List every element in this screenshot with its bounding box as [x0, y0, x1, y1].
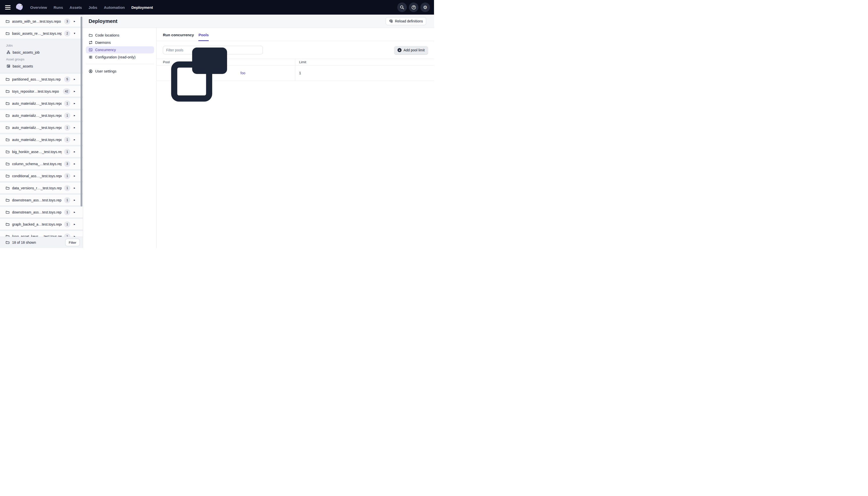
pool-stack-icon — [163, 35, 238, 111]
sidebar-location-item[interactable]: big_honkin_asse…_test.toys.rep1▸ — [0, 146, 83, 157]
tab-pools[interactable]: Pools — [199, 33, 209, 41]
chevron-right-icon[interactable]: ▸ — [73, 150, 76, 153]
sidebar-location-item[interactable]: partitioned_ass…_test.toys.rep5▸ — [0, 74, 83, 85]
section-label: Asset groups — [6, 58, 83, 61]
folder-icon — [5, 31, 10, 35]
chevron-right-icon[interactable]: ▸ — [73, 211, 76, 214]
location-label: auto_materializ…_test.toys.repo — [12, 102, 62, 106]
concurrency-panel: Run concurrency Pools + Add pool limit P… — [157, 28, 434, 248]
reload-cube-icon — [389, 19, 393, 23]
sidebar-location-item[interactable]: auto_materializ…_test.toys.repo1▸ — [0, 122, 83, 133]
folder-icon — [5, 138, 10, 142]
folder-icon — [5, 19, 10, 24]
chevron-right-icon[interactable]: ▸ — [73, 162, 76, 166]
sidebar-location-item[interactable]: auto_materializ…_test.toys.repo1▸ — [0, 98, 83, 109]
subnav-code-locations[interactable]: Code locations — [86, 32, 154, 39]
subnav-user-settings[interactable]: User settings — [86, 68, 154, 75]
sidebar-location-item[interactable]: downstream_ass…test.toys.rep1▸ — [0, 206, 83, 218]
location-label: column_schema_…test.toys.rep — [12, 162, 62, 166]
subnav-daemons[interactable]: Daemons — [86, 39, 154, 46]
sidebar-location-item[interactable]: toys_repositor…test.toys.repo42▸ — [0, 86, 83, 97]
location-label: auto_materializ…_test.toys.repo — [12, 126, 62, 130]
count-badge: 1 — [64, 209, 70, 215]
sidebar-location-item[interactable]: column_schema_…test.toys.rep3▸ — [0, 158, 83, 169]
location-label: partitioned_ass…_test.toys.rep — [12, 77, 62, 81]
chevron-right-icon[interactable]: ▸ — [73, 138, 76, 141]
asset-group-icon — [6, 64, 10, 68]
configuration-sliders-icon — [89, 55, 93, 59]
settings-button[interactable]: ⚙ — [421, 2, 430, 12]
pools-table: Pool Limit foo 1 — [157, 59, 434, 81]
chevron-right-icon[interactable]: ▸ — [73, 20, 76, 23]
location-label: toys_repositor…test.toys.repo — [12, 89, 60, 93]
location-label: downstream_ass…test.toys.rep — [12, 198, 62, 202]
sidebar-location-item[interactable]: basic_assets_re…_test.toys.rep2▾ — [0, 28, 83, 39]
sidebar-location-item[interactable]: auto_materializ…_test.toys.repo1▸ — [0, 134, 83, 145]
sidebar-location-item[interactable]: assets_with_se…test.toys.repo3▸ — [0, 16, 83, 27]
chevron-down-icon[interactable]: ▾ — [73, 32, 76, 35]
nav-overview[interactable]: Overview — [30, 5, 47, 10]
nav-runs[interactable]: Runs — [53, 5, 63, 10]
filter-button[interactable]: Filter — [65, 239, 80, 246]
nav-automation[interactable]: Automation — [104, 5, 125, 10]
folder-icon — [5, 174, 10, 178]
chevron-right-icon[interactable]: ▸ — [73, 114, 76, 117]
chevron-right-icon[interactable]: ▸ — [73, 174, 76, 177]
subnav-configuration[interactable]: Configuration (read-only) — [86, 53, 154, 61]
concurrency-icon — [89, 48, 93, 52]
count-badge: 1 — [64, 149, 70, 155]
chevron-right-icon[interactable]: ▸ — [73, 222, 76, 226]
sidebar-scrollbar[interactable] — [81, 17, 82, 206]
nav-assets[interactable]: Assets — [69, 5, 82, 10]
location-label: graph_backed_a…test.toys.repo — [12, 222, 62, 226]
folder-icon — [5, 113, 10, 118]
chevron-right-icon[interactable]: ▸ — [73, 102, 76, 105]
folder-icon — [5, 241, 10, 245]
help-button[interactable] — [409, 2, 419, 12]
page-title: Deployment — [89, 18, 117, 24]
count-badge: 3 — [64, 161, 70, 167]
tab-run-concurrency[interactable]: Run concurrency — [163, 33, 194, 41]
folder-icon — [5, 89, 10, 93]
count-badge: 1 — [64, 112, 70, 119]
count-badge: 1 — [64, 125, 70, 131]
count-badge: 2 — [64, 30, 70, 36]
chevron-right-icon[interactable]: ▸ — [73, 186, 76, 190]
add-pool-limit-button[interactable]: + Add pool limit — [394, 46, 428, 55]
reload-definitions-button[interactable]: Reload definitions — [386, 17, 426, 25]
count-badge: 1 — [64, 221, 70, 227]
chevron-right-icon[interactable]: ▸ — [73, 78, 76, 81]
count-badge: 1 — [64, 185, 70, 191]
pool-limit-value: 1 — [295, 65, 434, 81]
menu-icon[interactable] — [5, 5, 11, 10]
folder-icon — [5, 126, 10, 130]
sidebar-location-item[interactable]: graph_backed_a…test.toys.repo1▸ — [0, 219, 83, 230]
top-navigation: Overview Runs Assets Jobs Automation Dep… — [0, 0, 434, 15]
chevron-right-icon[interactable]: ▸ — [73, 90, 76, 93]
nav-deployment[interactable]: Deployment — [131, 5, 153, 10]
table-row: foo 1 — [157, 65, 434, 81]
help-icon — [411, 5, 416, 10]
chevron-right-icon[interactable]: ▸ — [73, 126, 76, 129]
location-label: basic_assets_re…_test.toys.rep — [12, 31, 62, 35]
page-header: Deployment Reload definitions — [83, 15, 434, 28]
primary-nav: Overview Runs Assets Jobs Automation Dep… — [30, 5, 153, 10]
location-list: assets_with_se…test.toys.repo3▸basic_ass… — [0, 15, 83, 242]
dagster-logo[interactable] — [15, 2, 24, 12]
sidebar-location-item[interactable]: conditional_ass…_test.toys.repo1▸ — [0, 170, 83, 182]
sidebar-location-item[interactable]: downstream_ass…test.toys.rep1▸ — [0, 195, 83, 206]
sidebar-location-item[interactable]: data_versions_r…_test.toys.rep1▸ — [0, 182, 83, 193]
sidebar-sub-item[interactable]: basic_assets_job — [6, 49, 83, 56]
sidebar-location-item[interactable]: auto_materializ…_test.toys.repo1▸ — [0, 110, 83, 121]
location-label: big_honkin_asse…_test.toys.rep — [12, 150, 62, 154]
sidebar-sub-item[interactable]: basic_assets — [6, 63, 83, 69]
nav-jobs[interactable]: Jobs — [88, 5, 97, 10]
sidebar-footer: 18 of 18 shown Filter — [0, 237, 83, 248]
search-button[interactable] — [397, 2, 407, 12]
subnav-concurrency[interactable]: Concurrency — [86, 46, 154, 53]
folder-icon — [5, 210, 10, 214]
pool-link[interactable]: foo — [240, 71, 245, 75]
chevron-right-icon[interactable]: ▸ — [73, 198, 76, 202]
count-badge: 1 — [64, 137, 70, 143]
count-badge: 1 — [64, 100, 70, 107]
